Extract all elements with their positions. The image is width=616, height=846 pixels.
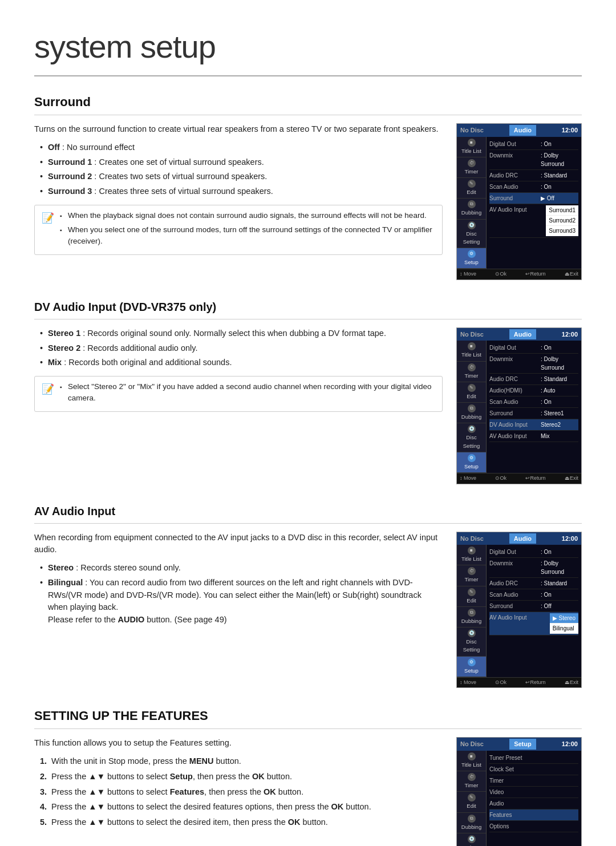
- list-item: Bilingual : You can record audio from tw…: [40, 577, 443, 626]
- av-audio-section: AV Audio Input When recording from equip…: [34, 503, 582, 689]
- list-item: Surround 1 : Creates one set of virtual …: [40, 156, 443, 169]
- tv-time-label: 12:00: [562, 330, 578, 339]
- tv-row: Surround▶ Off: [489, 193, 578, 204]
- tv-row: Clock Set: [489, 764, 578, 775]
- tv-sidebar-icon: ⚙: [468, 250, 476, 258]
- tv-sidebar-icon: ⚙: [468, 658, 476, 666]
- tv-row: Features: [489, 809, 578, 821]
- tv-header: No Disc Setup 12:00: [457, 738, 581, 751]
- tv-row: Audio: [489, 798, 578, 809]
- list-item: Surround 2 : Creates two sets of virtual…: [40, 171, 443, 183]
- tv-sidebar-label: Edit: [467, 188, 476, 196]
- tv-dropdown-item: Surround3: [546, 226, 578, 236]
- tv-sidebar-label: Dubbing: [461, 413, 481, 421]
- tv-disc-label: No Disc: [460, 330, 484, 339]
- tv-row: AV Audio Input ▶ Stereo Bilingual: [489, 612, 578, 635]
- tv-footer-exit: ⏏Exit: [565, 475, 578, 483]
- setting-up-text-col: This function allows you to setup the Fe…: [34, 737, 443, 835]
- tv-row: Audio DRC: Standard: [489, 578, 578, 589]
- dv-audio-bullet-list: Stereo 1 : Records original sound only. …: [34, 327, 443, 369]
- list-item: 3. Press the ▲▼ buttons to select Featur…: [40, 786, 443, 799]
- tv-footer: ↕ Move ⊙Ok ↩Return ⏏Exit: [457, 269, 581, 280]
- tv-row: Downmix: Dolby Surround: [489, 354, 578, 374]
- tv-sidebar-item: 💿 Disc Setting: [457, 423, 486, 452]
- tv-sidebar-label: Dubbing: [461, 617, 481, 625]
- page-title: system setup: [34, 23, 582, 76]
- tv-dropdown-item: Surround2: [546, 216, 578, 226]
- tv-sidebar-icon: 💿: [468, 629, 476, 637]
- tv-sidebar-label: Timer: [465, 372, 479, 380]
- setting-up-steps: 1. With the unit in Stop mode, press the…: [34, 755, 443, 829]
- tv-header: No Disc Audio 12:00: [457, 532, 581, 545]
- tv-sidebar-item: 💿 Disc Setting: [457, 833, 486, 846]
- av-audio-tv-screenshot: No Disc Audio 12:00 ■ Title List ⏱ Timer: [456, 532, 582, 689]
- tv-sidebar-label: Title List: [461, 761, 481, 769]
- list-item: Mix : Records both original and addition…: [40, 357, 443, 369]
- tv-sidebar-item-active: ⚙ Setup: [457, 452, 486, 473]
- tv-sidebar-icon: ■: [468, 342, 476, 350]
- tv-sidebar-item: ⏱ Timer: [457, 157, 486, 178]
- tv-row: Scan Audio: On: [489, 589, 578, 601]
- tv-row: Options: [489, 821, 578, 832]
- setting-up-heading: SETTING UP THE FEATURES: [34, 706, 582, 729]
- surround-tv-screenshot: No Disc Audio 12:00 ■ Title List ⏱ Timer: [456, 123, 582, 280]
- tv-header: No Disc Audio 12:00: [457, 124, 581, 137]
- tv-row: Video: [489, 787, 578, 798]
- list-item: Stereo 1 : Records original sound only. …: [40, 327, 443, 340]
- av-audio-intro: When recording from equipment connected …: [34, 532, 443, 557]
- tv-row: Downmix: Dolby Surround: [489, 150, 578, 170]
- tv-time-label: 12:00: [562, 739, 578, 749]
- av-audio-heading: AV Audio Input: [34, 503, 582, 524]
- tv-row: Scan Audio: On: [489, 181, 578, 193]
- note-icon: 📝: [42, 211, 54, 250]
- tv-footer-ok: ⊙Ok: [495, 679, 506, 687]
- tv-body: ■ Title List ⏱ Timer ✎ Edit ⧉: [457, 341, 581, 473]
- setting-up-tv-screenshot: No Disc Setup 12:00 ■ Title List ⏱ Timer: [456, 737, 582, 846]
- tv-row: Downmix: Dolby Surround: [489, 558, 578, 578]
- list-item: Stereo : Records stereo sound only.: [40, 562, 443, 574]
- tv-sidebar-label: Dubbing: [461, 823, 481, 831]
- tv-sidebar-icon: ⧉: [468, 609, 476, 617]
- tv-sidebar-label: Disc Setting: [459, 434, 484, 450]
- tv-sidebar-label: Timer: [465, 168, 479, 176]
- tv-sidebar-icon: ⧉: [468, 200, 476, 208]
- note-icon: 📝: [42, 382, 54, 407]
- surround-section: Surround Turns on the surround function …: [34, 92, 582, 280]
- tv-sidebar-icon: ✎: [468, 794, 476, 802]
- tv-sidebar-item: ⏱ Timer: [457, 771, 486, 792]
- tv-content: Tuner Preset Clock Set Timer Video Audio…: [487, 751, 581, 846]
- tv-dropdown-item: Bilingual: [550, 624, 578, 634]
- tv-body: ■ Title List ⏱ Timer ✎ Edit ⧉: [457, 545, 581, 677]
- av-audio-bullet-list: Stereo : Records stereo sound only. Bili…: [34, 562, 443, 626]
- tv-sidebar-item: ⧉ Dubbing: [457, 403, 486, 423]
- tv-sidebar-icon: ⏱: [468, 363, 476, 371]
- tv-footer-move: ↕ Move: [460, 679, 476, 687]
- dv-audio-note: Select "Stereo 2" or "Mix" if you have a…: [60, 381, 435, 407]
- tv-tab-label: Audio: [509, 533, 536, 544]
- tv-time-label: 12:00: [562, 534, 578, 544]
- tv-sidebar: ■ Title List ⏱ Timer ✎ Edit ⧉: [457, 137, 487, 269]
- tv-sidebar-icon: ⚙: [468, 454, 476, 462]
- tv-sidebar: ■ Title List ⏱ Timer ✎ Edit ⧉: [457, 751, 487, 846]
- tv-sidebar-label: Disc Setting: [459, 230, 484, 246]
- tv-sidebar-label: Disc Setting: [459, 844, 484, 846]
- tv-sidebar-item: ✎ Edit: [457, 792, 486, 812]
- tv-footer: ↕ Move ⊙Ok ↩Return ⏏Exit: [457, 473, 581, 484]
- tv-sidebar: ■ Title List ⏱ Timer ✎ Edit ⧉: [457, 341, 487, 473]
- tv-row: Audio DRC: Standard: [489, 374, 578, 385]
- tv-content: Digital Out: On Downmix: Dolby Surround …: [487, 137, 581, 269]
- dv-audio-screenshot-col: No Disc Audio 12:00 ■ Title List ⏱ Timer: [456, 327, 582, 484]
- tv-row: AV Audio InputMix: [489, 431, 578, 442]
- tv-sidebar-item: 💿 Disc Setting: [457, 220, 486, 249]
- tv-footer-return: ↩Return: [525, 679, 545, 687]
- tv-sidebar-label: Edit: [467, 392, 476, 400]
- list-item: When you select one of the surround mode…: [60, 224, 435, 248]
- list-item: Off : No surround effect: [40, 141, 443, 154]
- tv-footer-ok: ⊙Ok: [495, 270, 506, 278]
- tv-tab-label: Audio: [509, 125, 536, 136]
- list-item: Surround 3 : Creates three sets of virtu…: [40, 185, 443, 198]
- dv-audio-tv-screenshot: No Disc Audio 12:00 ■ Title List ⏱ Timer: [456, 327, 582, 484]
- tv-sidebar-icon: ✎: [468, 588, 476, 596]
- tv-footer-ok: ⊙Ok: [495, 475, 506, 483]
- tv-content: Digital Out: On Downmix: Dolby Surround …: [487, 341, 581, 473]
